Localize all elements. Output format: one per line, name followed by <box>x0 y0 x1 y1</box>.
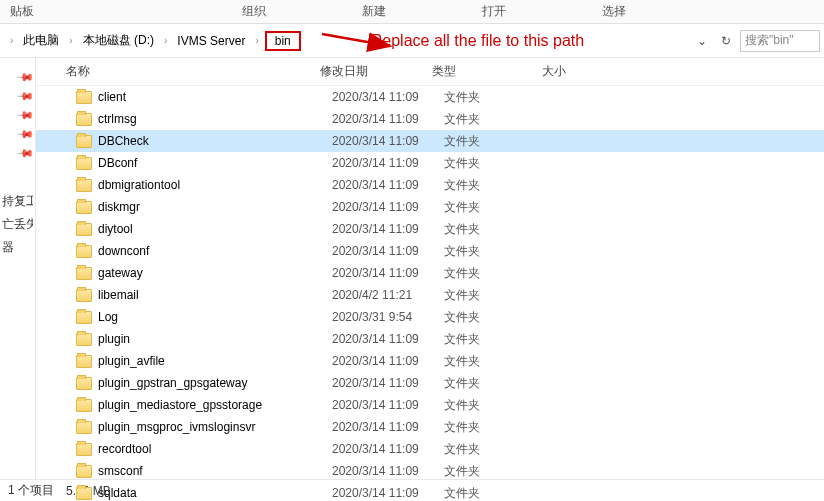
file-date: 2020/3/14 11:09 <box>332 178 444 192</box>
table-row[interactable]: plugin_mediastore_gpsstorage2020/3/14 11… <box>36 394 824 416</box>
sidebar-label[interactable]: 持复工 <box>2 193 33 210</box>
table-row[interactable]: diytool2020/3/14 11:09文件夹 <box>36 218 824 240</box>
file-name: diytool <box>98 222 332 236</box>
table-row[interactable]: libemail2020/4/2 11:21文件夹 <box>36 284 824 306</box>
column-size[interactable]: 大小 <box>542 63 622 80</box>
file-date: 2020/3/14 11:09 <box>332 244 444 258</box>
file-type: 文件夹 <box>444 353 554 370</box>
file-date: 2020/4/2 11:21 <box>332 288 444 302</box>
folder-icon <box>76 245 92 258</box>
file-name: smsconf <box>98 464 332 478</box>
column-date[interactable]: 修改日期 <box>320 63 432 80</box>
breadcrumb-item[interactable]: IVMS Server <box>173 32 249 50</box>
file-date: 2020/3/14 11:09 <box>332 442 444 456</box>
address-bar: › 此电脑 › 本地磁盘 (D:) › IVMS Server › bin Re… <box>0 24 824 58</box>
pin-icon[interactable]: 📌 <box>16 144 37 165</box>
file-name: recordtool <box>98 442 332 456</box>
file-type: 文件夹 <box>444 89 554 106</box>
search-input[interactable]: 搜索"bin" <box>740 30 820 52</box>
table-row[interactable]: DBCheck2020/3/14 11:09文件夹 <box>36 130 824 152</box>
pin-icon[interactable]: 📌 <box>16 106 37 127</box>
dropdown-icon[interactable]: ⌄ <box>692 31 712 51</box>
file-name: Log <box>98 310 332 324</box>
table-row[interactable]: ctrlmsg2020/3/14 11:09文件夹 <box>36 108 824 130</box>
pin-icon[interactable]: 📌 <box>16 125 37 146</box>
table-row[interactable]: dbmigrationtool2020/3/14 11:09文件夹 <box>36 174 824 196</box>
file-type: 文件夹 <box>444 375 554 392</box>
table-row[interactable]: client2020/3/14 11:09文件夹 <box>36 86 824 108</box>
file-name: DBCheck <box>98 134 332 148</box>
file-type: 文件夹 <box>444 133 554 150</box>
table-row[interactable]: smsconf2020/3/14 11:09文件夹 <box>36 460 824 482</box>
sidebar-label[interactable]: 器 <box>2 239 33 256</box>
sidebar-label[interactable]: 亡丢失2 <box>2 216 33 233</box>
table-row[interactable]: plugin_gpstran_gpsgateway2020/3/14 11:09… <box>36 372 824 394</box>
folder-icon <box>76 465 92 478</box>
file-name: plugin <box>98 332 332 346</box>
file-type: 文件夹 <box>444 309 554 326</box>
file-date: 2020/3/14 11:09 <box>332 200 444 214</box>
folder-icon <box>76 487 92 500</box>
folder-icon <box>76 311 92 324</box>
pin-icon[interactable]: 📌 <box>16 68 37 89</box>
chevron-right-icon[interactable]: › <box>164 35 167 46</box>
file-date: 2020/3/14 11:09 <box>332 398 444 412</box>
folder-icon <box>76 157 92 170</box>
file-type: 文件夹 <box>444 485 554 502</box>
file-date: 2020/3/14 11:09 <box>332 486 444 500</box>
file-name: libemail <box>98 288 332 302</box>
file-date: 2020/3/14 11:09 <box>332 134 444 148</box>
table-row[interactable]: plugin_msgproc_ivmsloginsvr2020/3/14 11:… <box>36 416 824 438</box>
table-row[interactable]: DBconf2020/3/14 11:09文件夹 <box>36 152 824 174</box>
pin-icon[interactable]: 📌 <box>16 87 37 108</box>
breadcrumb-item-current[interactable]: bin <box>265 31 301 51</box>
table-row[interactable]: downconf2020/3/14 11:09文件夹 <box>36 240 824 262</box>
file-type: 文件夹 <box>444 463 554 480</box>
folder-icon <box>76 91 92 104</box>
ribbon-tab-new[interactable]: 新建 <box>314 3 434 20</box>
column-name[interactable]: 名称 <box>66 63 320 80</box>
file-date: 2020/3/14 11:09 <box>332 464 444 478</box>
breadcrumb-item[interactable]: 本地磁盘 (D:) <box>79 30 158 51</box>
ribbon-tab-open[interactable]: 打开 <box>434 3 554 20</box>
breadcrumb[interactable]: › 此电脑 › 本地磁盘 (D:) › IVMS Server › bin Re… <box>0 24 692 57</box>
folder-icon <box>76 135 92 148</box>
file-name: plugin_mediastore_gpsstorage <box>98 398 332 412</box>
folder-icon <box>76 289 92 302</box>
file-name: plugin_avfile <box>98 354 332 368</box>
chevron-right-icon[interactable]: › <box>255 35 258 46</box>
table-row[interactable]: plugin2020/3/14 11:09文件夹 <box>36 328 824 350</box>
file-date: 2020/3/14 11:09 <box>332 156 444 170</box>
file-type: 文件夹 <box>444 419 554 436</box>
file-type: 文件夹 <box>444 331 554 348</box>
status-count: 1 个项目 <box>8 482 54 499</box>
folder-icon <box>76 421 92 434</box>
file-type: 文件夹 <box>444 155 554 172</box>
table-row[interactable]: recordtool2020/3/14 11:09文件夹 <box>36 438 824 460</box>
file-date: 2020/3/14 11:09 <box>332 266 444 280</box>
ribbon-tab-organize[interactable]: 组织 <box>194 3 314 20</box>
file-name: downconf <box>98 244 332 258</box>
folder-icon <box>76 333 92 346</box>
file-name: client <box>98 90 332 104</box>
file-type: 文件夹 <box>444 287 554 304</box>
refresh-icon[interactable]: ↻ <box>716 31 736 51</box>
table-row[interactable]: diskmgr2020/3/14 11:09文件夹 <box>36 196 824 218</box>
ribbon-tab-select[interactable]: 选择 <box>554 3 674 20</box>
table-row[interactable]: sqldata2020/3/14 11:09文件夹 <box>36 482 824 501</box>
table-row[interactable]: Log2020/3/31 9:54文件夹 <box>36 306 824 328</box>
breadcrumb-item[interactable]: 此电脑 <box>19 30 63 51</box>
file-name: dbmigrationtool <box>98 178 332 192</box>
column-headers: 名称 修改日期 类型 大小 <box>36 58 824 86</box>
folder-icon <box>76 267 92 280</box>
column-type[interactable]: 类型 <box>432 63 542 80</box>
chevron-right-icon[interactable]: › <box>10 35 13 46</box>
ribbon-clipboard-label: 贴板 <box>10 3 34 20</box>
file-name: plugin_msgproc_ivmsloginsvr <box>98 420 332 434</box>
table-row[interactable]: gateway2020/3/14 11:09文件夹 <box>36 262 824 284</box>
sidebar: 📌 📌 📌 📌 📌 持复工 亡丢失2 器 <box>0 58 36 479</box>
chevron-right-icon[interactable]: › <box>69 35 72 46</box>
table-row[interactable]: plugin_avfile2020/3/14 11:09文件夹 <box>36 350 824 372</box>
file-type: 文件夹 <box>444 199 554 216</box>
file-type: 文件夹 <box>444 441 554 458</box>
